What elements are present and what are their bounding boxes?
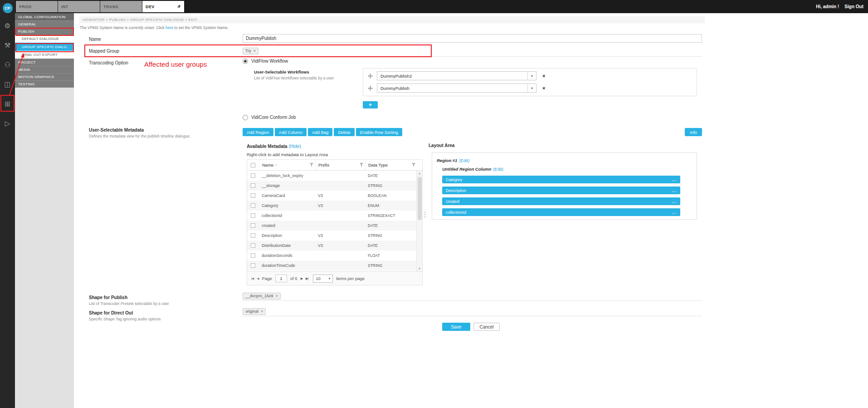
table-row[interactable]: DescriptionV3STRING [247, 231, 417, 241]
filter-icon[interactable] [360, 163, 363, 167]
column-header-name[interactable]: Name↑ [259, 160, 315, 170]
sign-out-link[interactable]: Sign Out [844, 4, 863, 9]
table-row[interactable]: DistributionDateV3DATE [247, 241, 417, 251]
table-row[interactable]: collectionIdSTRINGEXACT [247, 211, 417, 221]
workflow-select[interactable]: DummyPublish▾ [377, 84, 536, 93]
layout-column-item[interactable]: collectionId... [442, 208, 680, 216]
pin-icon[interactable] [177, 5, 181, 9]
column-header-prefix[interactable]: Prefix [315, 160, 365, 170]
nav-item-motion-graphics[interactable]: MOTION GRAPHICS [15, 73, 74, 80]
configuration-icon[interactable]: ⊞ [0, 94, 15, 113]
caret-down-icon[interactable]: ▾ [527, 72, 536, 80]
remove-workflow-icon[interactable]: × [542, 73, 545, 79]
scroll-down-icon[interactable]: ▼ [418, 266, 421, 271]
layout-column-item[interactable]: created... [442, 197, 680, 205]
row-checkbox-cell [247, 231, 259, 241]
table-row[interactable]: CameraCardV3BOOLEAN [247, 191, 417, 201]
nav-item-project[interactable]: PROJECT [15, 59, 74, 66]
nav-item-group-specific-dialo[interactable]: GROUP SPECIFIC DIALO... [15, 43, 74, 51]
next-page-icon[interactable]: ▶ [301, 277, 302, 280]
table-row[interactable]: CategoryV3ENUM [247, 201, 417, 211]
page-input[interactable] [275, 275, 287, 282]
select-all-checkbox[interactable] [251, 163, 255, 167]
shape-direct-out-field[interactable]: original× [243, 307, 702, 316]
info-button[interactable]: Info [685, 128, 702, 136]
row-checkbox[interactable] [251, 243, 255, 248]
first-page-icon[interactable]: |◀ [251, 277, 254, 280]
settings-icon[interactable]: ⚙ [0, 16, 15, 35]
toolbar-button-delete[interactable]: Delete [334, 128, 354, 136]
row-checkbox[interactable] [251, 183, 255, 188]
workflow-icon[interactable]: ⚒ [0, 35, 15, 55]
nav-item-general[interactable]: GENERAL [15, 20, 74, 28]
tab-trans[interactable]: TRANS [100, 1, 142, 12]
save-button[interactable]: Save [442, 323, 470, 331]
row-checkbox[interactable] [251, 203, 255, 208]
column-header-data-type[interactable]: Data Type [365, 160, 417, 170]
more-options-icon[interactable]: ... [672, 188, 677, 193]
table-row[interactable]: __deletion_lock_expiryDATE [247, 171, 417, 181]
remove-tag-icon[interactable]: × [261, 309, 263, 314]
panel-splitter[interactable] [424, 206, 426, 224]
nav-item-publish[interactable]: PUBLISH [15, 28, 74, 35]
name-input[interactable] [243, 34, 702, 43]
last-page-icon[interactable]: ▶| [306, 277, 308, 280]
grid-scrollbar[interactable]: ▲ ▼ [416, 171, 422, 271]
drag-handle-icon[interactable] [368, 86, 373, 91]
more-options-icon[interactable]: ... [672, 210, 677, 215]
table-row[interactable]: durationTimeCodeSTRING [247, 261, 417, 270]
row-checkbox[interactable] [251, 193, 255, 198]
scrollbar-thumb[interactable] [418, 177, 422, 220]
package-icon[interactable]: ◫ [0, 74, 15, 94]
page-size-select[interactable]: 10▾ [313, 275, 333, 283]
tab-int[interactable]: INT [58, 1, 100, 12]
vpms-set-link[interactable]: here [166, 25, 173, 30]
toolbar-button-add-bag[interactable]: Add Bag [308, 128, 332, 136]
caret-down-icon[interactable]: ▾ [527, 84, 536, 92]
tab-prod[interactable]: PROD [16, 1, 58, 12]
drag-handle-icon[interactable] [368, 74, 373, 79]
nav-item-default-dialogue[interactable]: DEFAULT DIALOGUE [15, 35, 74, 43]
table-row[interactable]: durationSecondsFLOAT [247, 251, 417, 261]
add-workflow-button[interactable]: + [363, 101, 378, 108]
prev-page-icon[interactable]: ◀ [257, 277, 258, 280]
cancel-button[interactable]: Cancel [473, 323, 500, 331]
filter-icon[interactable] [310, 163, 313, 167]
shape-publish-field[interactable]: __dvcpro_16x9× [243, 291, 702, 301]
row-checkbox[interactable] [251, 253, 255, 258]
layout-column-item[interactable]: Description... [442, 187, 680, 194]
more-options-icon[interactable]: ... [672, 177, 677, 182]
more-options-icon[interactable]: ... [672, 199, 677, 204]
remove-tag-icon[interactable]: × [276, 294, 278, 298]
scroll-up-icon[interactable]: ▲ [418, 171, 421, 176]
nav-item-media[interactable]: MEDIA [15, 66, 74, 73]
nav-item-testing[interactable]: TESTING [15, 80, 74, 88]
column-edit-link[interactable]: (Edit) [493, 167, 503, 172]
player-icon[interactable]: ▷ [0, 113, 15, 133]
row-checkbox[interactable] [251, 223, 255, 228]
available-metadata-heading: Available Metadata (Hide) [247, 144, 301, 149]
filter-icon[interactable] [412, 163, 415, 167]
remove-tag-icon[interactable]: × [254, 49, 256, 53]
row-checkbox[interactable] [251, 233, 255, 238]
row-checkbox[interactable] [251, 263, 255, 268]
vidiflow-workflow-radio[interactable]: VidiFlow Workflow [243, 58, 288, 64]
layout-column-item[interactable]: Category... [442, 176, 680, 183]
table-row[interactable]: createdDATE [247, 221, 417, 231]
region-edit-link[interactable]: (Edit) [459, 158, 469, 163]
toolbar-button-enable-row-sorting[interactable]: Enable Row Sorting [356, 128, 402, 136]
remove-workflow-icon[interactable]: × [542, 85, 545, 91]
toolbar-button-add-column[interactable]: Add Column [275, 128, 307, 136]
tab-dev[interactable]: DEV [142, 1, 184, 12]
workflow-select[interactable]: DummyPublish2▾ [377, 71, 536, 80]
hide-link[interactable]: (Hide) [288, 144, 301, 149]
table-row[interactable]: __storageSTRING [247, 181, 417, 191]
row-checkbox[interactable] [251, 213, 255, 218]
toolbar-button-add-region[interactable]: Add Region [243, 128, 273, 136]
nav-item-final-cut-export[interactable]: FINAL CUT EXPORT [15, 51, 74, 59]
avatar[interactable]: CP [3, 3, 13, 13]
users-icon[interactable]: ⚇ [0, 55, 15, 74]
mapped-group-field[interactable]: Try× [243, 45, 702, 57]
vidicore-conform-radio[interactable]: VidiCore Conform Job [243, 114, 296, 120]
row-checkbox[interactable] [251, 173, 255, 178]
